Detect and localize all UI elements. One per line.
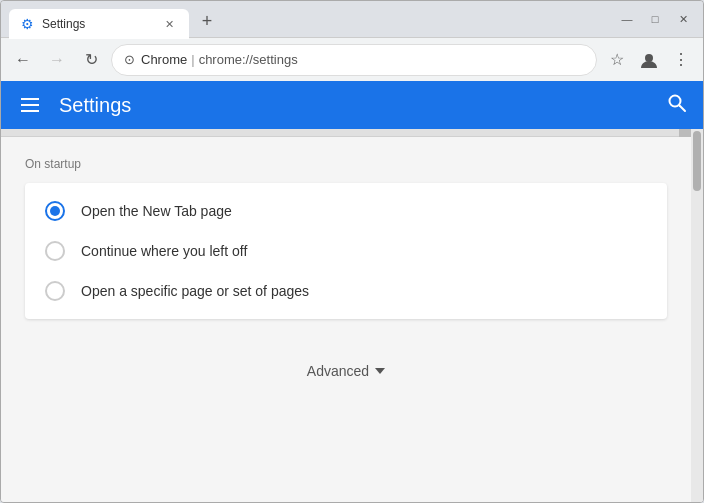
address-favicon: ⊙ [124,52,135,67]
window-controls: — □ ✕ [615,7,695,31]
settings-search-button[interactable] [667,93,687,118]
address-site-name: Chrome [141,52,187,67]
nav-bar: ← → ↻ ⊙ Chrome | chrome://settings ☆ ⋮ [1,37,703,81]
new-tab-button[interactable]: + [193,7,221,35]
svg-line-2 [680,105,686,111]
bookmark-button[interactable]: ☆ [603,46,631,74]
tab-close-button[interactable]: ✕ [161,16,177,32]
browser-window: ⚙ Settings ✕ + — □ ✕ ← → ↻ ⊙ Chrome | ch… [0,0,704,503]
nav-actions: ☆ ⋮ [603,46,695,74]
right-scrollbar[interactable] [691,129,703,502]
hamburger-line-1 [21,98,39,100]
advanced-button[interactable]: Advanced [291,355,401,387]
back-button[interactable]: ← [9,46,37,74]
tab-favicon: ⚙ [21,16,34,32]
search-icon [667,93,687,113]
active-tab[interactable]: ⚙ Settings ✕ [9,9,189,39]
radio-label-specific-page: Open a specific page or set of pages [81,283,309,299]
account-button[interactable] [635,46,663,74]
refresh-button[interactable]: ↻ [77,46,105,74]
tab-title: Settings [42,17,153,31]
main-content: On startup Open the New Tab page Continu… [1,129,703,502]
account-icon [640,51,658,69]
startup-section-label: On startup [25,157,667,171]
title-bar: ⚙ Settings ✕ + — □ ✕ [1,1,703,37]
close-button[interactable]: ✕ [671,7,695,31]
minimize-button[interactable]: — [615,7,639,31]
hamburger-line-2 [21,104,39,106]
address-url: chrome://settings [199,52,298,67]
startup-options-card: Open the New Tab page Continue where you… [25,183,667,319]
radio-circle-new-tab [45,201,65,221]
radio-label-continue: Continue where you left off [81,243,247,259]
radio-option-specific-page[interactable]: Open a specific page or set of pages [25,271,667,311]
advanced-section: Advanced [25,335,667,417]
address-text: Chrome | chrome://settings [141,52,584,67]
scroll-thumb-top [679,129,691,137]
content-inner: On startup Open the New Tab page Continu… [1,137,691,437]
svg-point-0 [645,54,653,62]
settings-header: Settings [1,81,703,129]
chevron-down-icon [375,368,385,374]
radio-label-new-tab: Open the New Tab page [81,203,232,219]
hamburger-menu-button[interactable] [17,94,43,116]
forward-button[interactable]: → [43,46,71,74]
menu-button[interactable]: ⋮ [667,46,695,74]
radio-circle-continue [45,241,65,261]
scrollbar-thumb[interactable] [693,131,701,191]
address-bar[interactable]: ⊙ Chrome | chrome://settings [111,44,597,76]
content-area: On startup Open the New Tab page Continu… [1,129,691,502]
radio-option-continue[interactable]: Continue where you left off [25,231,667,271]
hamburger-line-3 [21,110,39,112]
advanced-label: Advanced [307,363,369,379]
maximize-button[interactable]: □ [643,7,667,31]
address-divider: | [191,52,194,67]
scrollbar-track [691,129,703,502]
scroll-indicator [1,129,691,137]
settings-page-title: Settings [59,94,651,117]
radio-circle-specific-page [45,281,65,301]
tab-strip: ⚙ Settings ✕ + [9,1,611,37]
radio-option-new-tab[interactable]: Open the New Tab page [25,191,667,231]
